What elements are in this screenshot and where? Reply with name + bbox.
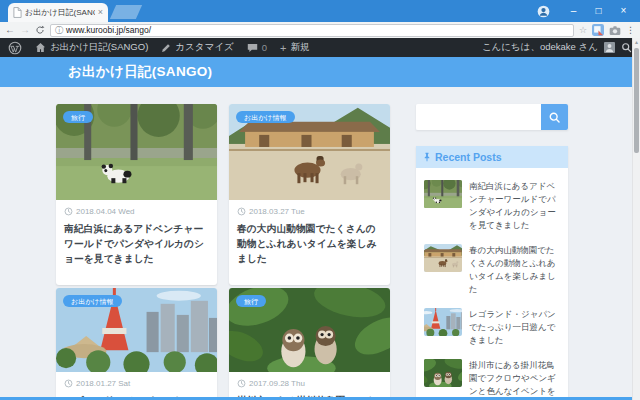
new-tab-button[interactable] [110,5,142,19]
tab-close-icon[interactable]: × [98,8,103,17]
recent-post-item[interactable]: 掛川市にある掛川花鳥園でフクロウやペンギンと色んなイベントを楽しみました [424,359,562,400]
category-badge[interactable]: お出かけ情報 [63,295,122,307]
recent-post-item[interactable]: 春の大内山動物園でたくさんの動物とふれあいタイムを楽しみました [424,244,562,296]
post-card[interactable]: 旅行 2018.04.04 Wed 南紀白浜にあるアドベンチャーワールドでパンダ… [56,104,217,285]
new-content-link[interactable]: + 新規 [280,41,309,54]
forward-icon[interactable]: → [20,25,30,35]
customize-link[interactable]: カスタマイズ [161,41,233,54]
back-icon[interactable]: ← [5,25,15,35]
bookmark-star-icon[interactable]: ☆ [579,25,587,35]
browser-tab[interactable]: お出かけ日記(SANGO) | Ju × [8,3,108,22]
post-date: 2018.01.27 Sat [76,379,130,388]
clock-icon [64,379,73,388]
pin-icon [422,152,432,162]
minimize-button[interactable]: – [561,0,586,22]
site-title[interactable]: お出かけ日記(SANGO) [68,63,212,81]
recent-thumb-legoland [424,308,462,336]
recent-post-item[interactable]: レゴランド・ジャパンでたっぷり一日遊んできました [424,308,562,347]
recent-thumb-owls [424,359,462,387]
clock-icon [237,379,246,388]
post-card[interactable]: 旅行 2017.09.28 Thu 掛川市にある掛川花鳥園でフクロウやペンギンと… [229,288,390,400]
post-date: 2017.09.28 Thu [249,379,305,388]
screenshot-extension-icon[interactable] [592,24,604,36]
sidebar-search [416,104,568,130]
comments-link[interactable]: 0 [247,42,267,53]
close-button[interactable]: × [611,0,636,22]
category-badge[interactable]: 旅行 [63,111,93,123]
search-input[interactable] [416,104,541,130]
post-date: 2018.03.27 Tue [249,207,305,216]
clock-icon [64,207,73,216]
page-favicon-icon [13,4,22,22]
pencil-icon [161,43,171,53]
category-badge[interactable]: お出かけ情報 [236,111,295,123]
page-scrollbar[interactable]: ▲ [632,38,640,400]
recent-posts-header: Recent Posts [416,146,568,168]
wp-admin-bar: お出かけ日記(SANGO) カスタマイズ 0 + 新規 こんにちは、odekak… [0,38,640,57]
scrollbar-thumb[interactable] [634,48,639,153]
tab-title: お出かけ日記(SANGO) | Ju [25,7,95,18]
post-title[interactable]: 春の大内山動物園でたくさんの動物とふれあいタイムを楽しみました [237,221,382,266]
search-button[interactable] [541,104,568,130]
maximize-button[interactable]: □ [586,0,611,22]
comment-bubble-icon [247,43,258,53]
window-controls: – □ × [531,0,636,22]
scroll-up-icon[interactable]: ▲ [633,38,640,46]
post-card[interactable]: お出かけ情報 2018.03.27 Tue 春の大内山動物園でたくさんの動物とふ… [229,104,390,285]
plus-icon: + [280,42,286,54]
reload-icon[interactable] [35,25,45,35]
greeting-text[interactable]: こんにちは、odekake さん [482,41,598,54]
category-badge[interactable]: 旅行 [236,295,266,307]
browser-menu-icon[interactable]: ⋮ [626,25,635,35]
wp-logo-icon[interactable] [8,41,22,55]
avatar[interactable] [604,42,615,53]
post-date: 2018.04.04 Wed [76,207,135,216]
url-bar[interactable]: ⓘ www.kuroobi.jp/sango/ [50,24,574,37]
browser-titlebar: お出かけ日記(SANGO) | Ju × – □ × [0,0,640,22]
camera-extension-icon[interactable] [609,25,621,36]
recent-post-item[interactable]: 南紀白浜にあるアドベンチャーワールドでパンダやイルカのショーを見てきました [424,180,562,232]
recent-posts-widget: Recent Posts 南紀白浜にあるアドベンチャーワールドでパンダやイルカの… [416,146,568,400]
recent-thumb-panda [424,180,462,208]
profile-icon[interactable] [531,5,555,18]
admin-search-icon[interactable] [621,42,632,53]
post-card[interactable]: お出かけ情報 2018.01.27 Sat レゴランド・ジャパンでたっぷり一日遊… [56,288,217,400]
admin-site-link[interactable]: お出かけ日記(SANGO) [35,41,148,54]
recent-thumb-pony [424,244,462,272]
clock-icon [237,207,246,216]
post-title[interactable]: 南紀白浜にあるアドベンチャーワールドでパンダやイルカのショーを見てきました [64,221,209,266]
home-icon [35,42,46,53]
site-header: お出かけ日記(SANGO) [0,57,633,87]
search-icon [548,111,561,124]
browser-toolbar: ← → ⓘ www.kuroobi.jp/sango/ ☆ ⋮ [0,22,640,39]
url-text: www.kuroobi.jp/sango/ [66,25,151,35]
site-info-icon[interactable]: ⓘ [55,25,63,36]
